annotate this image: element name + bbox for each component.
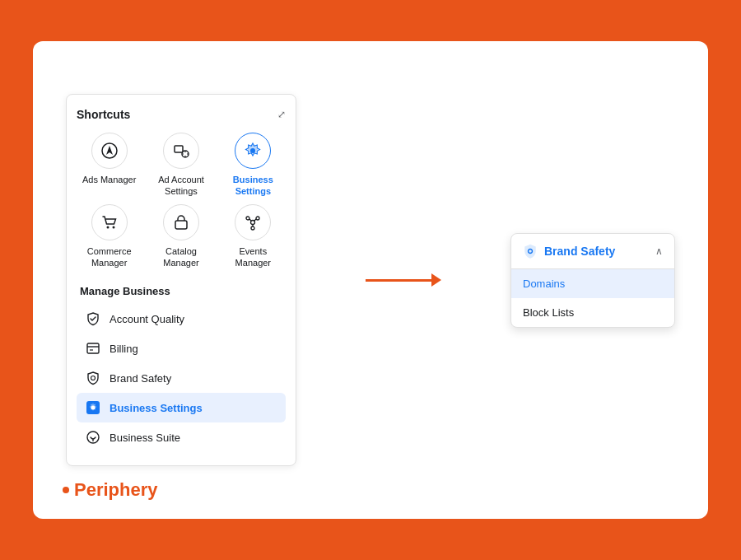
panel-header: Shortcuts ⤢: [77, 108, 286, 121]
expand-icon[interactable]: ⤢: [277, 109, 286, 120]
gear-circle-icon: [172, 142, 190, 160]
svg-line-16: [249, 219, 252, 222]
business-settings-menu-icon: [85, 399, 101, 416]
ads-manager-label: Ads Manager: [82, 174, 136, 185]
shortcut-catalog-manager[interactable]: Catalog Manager: [148, 204, 213, 269]
arrow-head: [431, 273, 441, 287]
dropdown-header: Brand Safety ∧: [511, 234, 674, 269]
dropdown-title: Brand Safety: [523, 244, 615, 259]
shortcut-ad-account-settings[interactable]: Ad Account Settings: [148, 133, 213, 198]
brand-safety-dropdown-icon: [523, 244, 538, 259]
manage-business-title: Manage Business: [77, 285, 286, 297]
brand-text: Periphery: [74, 479, 158, 501]
account-quality-icon: [85, 310, 101, 327]
svg-rect-19: [87, 343, 99, 353]
business-settings-icon-wrap: [235, 133, 271, 169]
business-settings-label: Business Settings: [221, 174, 286, 198]
billing-icon: [85, 340, 101, 357]
ads-manager-icon-wrap: [91, 133, 128, 169]
dropdown-item-domains[interactable]: Domains: [511, 269, 674, 298]
svg-rect-11: [175, 221, 187, 229]
commerce-manager-label: Commerce Manager: [77, 245, 142, 269]
svg-point-10: [112, 226, 114, 228]
svg-line-17: [254, 219, 257, 222]
svg-marker-1: [106, 146, 113, 155]
svg-point-13: [246, 217, 249, 220]
nodes-icon: [244, 213, 262, 231]
account-quality-label: Account Quality: [110, 313, 184, 325]
domains-label: Domains: [523, 278, 565, 290]
brand-safety-label: Brand Safety: [110, 372, 171, 385]
catalog-manager-icon-wrap: [163, 204, 199, 240]
gear-blue-icon: [244, 142, 262, 160]
shortcuts-grid: Ads Manager Ad Account Settings: [77, 133, 286, 268]
arrow-container: [296, 273, 510, 287]
brand-name: Periphery: [63, 479, 158, 501]
cart-icon: [100, 213, 119, 231]
menu-billing[interactable]: Billing: [77, 334, 286, 363]
svg-point-15: [251, 226, 254, 230]
events-manager-icon-wrap: [235, 204, 271, 240]
svg-point-22: [91, 376, 96, 380]
chevron-up-icon[interactable]: ∧: [655, 245, 663, 257]
svg-point-9: [106, 226, 109, 228]
panel-title: Shortcuts: [77, 108, 130, 121]
dropdown-item-block-lists[interactable]: Block Lists: [511, 298, 674, 327]
shortcut-business-settings[interactable]: Business Settings: [221, 133, 286, 198]
menu-brand-safety[interactable]: Brand Safety: [77, 363, 286, 393]
business-suite-icon: [85, 429, 101, 446]
menu-account-quality[interactable]: Account Quality: [77, 304, 286, 334]
brand-dot: [63, 487, 69, 493]
menu-business-settings[interactable]: Business Settings: [77, 393, 286, 422]
main-card: Shortcuts ⤢ Ads Manager: [33, 41, 708, 519]
commerce-manager-icon-wrap: [91, 204, 128, 240]
shortcut-ads-manager[interactable]: Ads Manager: [77, 133, 142, 198]
events-manager-label: Events Manager: [221, 245, 286, 269]
business-settings-menu-label: Business Settings: [110, 402, 203, 414]
ad-account-settings-label: Ad Account Settings: [148, 174, 213, 198]
svg-rect-2: [175, 146, 183, 152]
navigation-icon: [100, 142, 119, 160]
block-lists-label: Block Lists: [523, 306, 574, 319]
shortcut-events-manager[interactable]: Events Manager: [221, 204, 286, 269]
brand-safety-icon: [85, 370, 101, 386]
arrow-line: [366, 279, 431, 282]
arrow: [366, 273, 441, 287]
svg-point-14: [256, 217, 259, 220]
bag-icon: [172, 213, 190, 231]
ad-account-settings-icon-wrap: [163, 133, 199, 169]
catalog-manager-label: Catalog Manager: [148, 245, 213, 269]
business-suite-label: Business Suite: [110, 432, 180, 444]
billing-label: Billing: [110, 343, 138, 355]
brand-safety-dropdown: Brand Safety ∧ Domains Block Lists: [510, 233, 675, 328]
menu-business-suite[interactable]: Business Suite: [77, 422, 286, 452]
shortcuts-panel: Shortcuts ⤢ Ads Manager: [66, 94, 296, 466]
shortcut-commerce-manager[interactable]: Commerce Manager: [77, 204, 142, 269]
